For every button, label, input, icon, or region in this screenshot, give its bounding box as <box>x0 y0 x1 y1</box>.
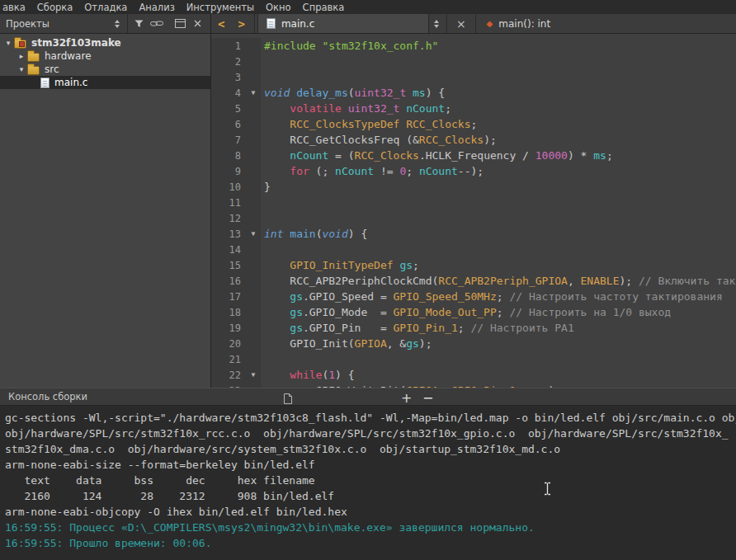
zoom-in-button[interactable]: + <box>401 388 412 407</box>
code-text: RCC_GetClocksFreq (&RCC_Clocks); <box>261 134 736 146</box>
fold-marker-icon[interactable]: ▼ <box>246 367 261 383</box>
line-number: 18 <box>211 304 246 320</box>
expander-icon[interactable]: ▸ <box>16 52 27 60</box>
menu-item--[interactable]: Окно <box>260 0 297 14</box>
fold-marker-icon[interactable]: ▼ <box>246 85 261 101</box>
token-plain: ); <box>620 275 639 287</box>
projects-tree-panel[interactable]: ▾stm32f103make▸hardware▾srcmain.c <box>0 34 211 388</box>
code-line-20[interactable]: 20 GPIO_Init(GPIOA, &gs); <box>211 336 736 351</box>
token-plain: ) { <box>335 369 354 381</box>
filter-icon[interactable] <box>130 14 148 33</box>
code-line-7[interactable]: 7 RCC_GetClocksFreq (&RCC_Clocks); <box>211 132 736 148</box>
token-plain: ) { <box>426 87 445 99</box>
editor-tab-main-c[interactable]: main.c <box>257 14 429 33</box>
code-text: #include "stm32f10x_conf.h" <box>261 40 736 52</box>
code-line-11[interactable]: 11 <box>211 195 736 210</box>
close-pane-icon[interactable] <box>189 14 206 33</box>
code-text: RCC_APB2PeriphClockCmd(RCC_APB2Periph_GP… <box>261 275 736 287</box>
menu-item--[interactable]: Справка <box>297 0 351 14</box>
symbol-label: main(): int <box>498 18 550 30</box>
token-plain <box>264 165 290 177</box>
code-line-10[interactable]: 10} <box>211 179 736 195</box>
code-text: void delay_ms(uint32_t ms) { <box>261 87 736 99</box>
token-func: delay_ms <box>296 87 348 99</box>
code-line-6[interactable]: 6 RCC_ClocksTypeDef RCC_Clocks; <box>211 116 736 132</box>
code-editor[interactable]: 1#include "stm32f10x_conf.h"234▼void del… <box>211 34 736 388</box>
code-line-17[interactable]: 17 gs.GPIO_Speed = GPIO_Speed_50MHz; // … <box>211 289 736 304</box>
fold-marker-icon[interactable]: ▼ <box>246 226 261 242</box>
token-var: nCount <box>419 165 458 177</box>
document-spinner-icon[interactable] <box>429 20 444 28</box>
token-com: // Настроить PA1 <box>470 322 573 334</box>
code-line-15[interactable]: 15 GPIO_InitTypeDef gs; <box>211 257 736 273</box>
code-line-4[interactable]: 4▼void delay_ms(uint32_t ms) { <box>211 85 736 101</box>
code-line-5[interactable]: 5 volatile uint32_t nCount; <box>211 101 736 116</box>
code-text: GPIO_Init(GPIOA, &gs); <box>261 337 736 350</box>
separator <box>127 14 128 33</box>
token-plain: != <box>374 165 399 177</box>
code-text: gs.GPIO_Speed = GPIO_Speed_50MHz; // Нас… <box>261 290 736 303</box>
line-number: 11 <box>211 195 246 210</box>
token-kwtype: int <box>264 228 283 240</box>
close-document-button[interactable]: × <box>450 17 473 31</box>
file-icon <box>267 18 276 29</box>
fold-margin <box>246 273 261 289</box>
tree-item-label: hardware <box>40 50 92 62</box>
code-line-9[interactable]: 9 for (; nCount != 0; nCount--); <box>211 163 736 179</box>
console-line-8: 16:59:55: Прошло времени: 00:06. <box>5 535 736 551</box>
console-title[interactable]: Консоль сборки <box>0 391 96 402</box>
tree-item-src[interactable]: ▾src <box>0 63 210 76</box>
code-line-2[interactable]: 2 <box>211 54 736 69</box>
code-line-21[interactable]: 21 <box>211 351 736 367</box>
console-output[interactable]: gc-sections -Wl,-script="./hardware/stm3… <box>0 406 736 560</box>
token-plain: = ( <box>328 149 354 162</box>
code-line-13[interactable]: 13▼int main(void) { <box>211 226 736 242</box>
token-plain: --); <box>458 165 484 177</box>
tree-item-hardware[interactable]: ▸hardware <box>0 49 210 63</box>
nav-back-button[interactable]: < <box>211 17 231 31</box>
line-number: 9 <box>211 163 246 179</box>
code-text: gs.GPIO_Pin = GPIO_Pin_1; // Настроить P… <box>261 322 736 334</box>
expander-icon[interactable]: ▾ <box>16 65 27 73</box>
line-number: 4 <box>211 85 246 101</box>
code-line-8[interactable]: 8 nCount = (RCC_Clocks.HCLK_Frequency / … <box>211 148 736 163</box>
code-line-1[interactable]: 1#include "stm32f10x_conf.h" <box>211 38 736 54</box>
nav-forward-button[interactable]: > <box>231 17 251 31</box>
code-line-18[interactable]: 18 gs.GPIO_Mode = GPIO_Mode_Out_PP; // Н… <box>211 304 736 320</box>
line-number: 13 <box>211 226 246 242</box>
split-pane-icon[interactable] <box>172 14 189 33</box>
tree-item-stm32f103make[interactable]: ▾stm32f103make <box>0 36 210 49</box>
code-text: volatile uint32_t nCount; <box>261 102 736 115</box>
token-utype: RCC_Clocks <box>355 149 419 162</box>
fold-margin <box>246 210 261 226</box>
menu-item--[interactable]: авка <box>0 0 31 14</box>
sync-link-icon[interactable] <box>148 14 165 33</box>
line-number: 16 <box>211 273 246 289</box>
pane-spinner-icon[interactable] <box>110 20 125 28</box>
code-line-16[interactable]: 16 RCC_APB2PeriphClockCmd(RCC_APB2Periph… <box>211 273 736 289</box>
fold-margin <box>246 132 261 148</box>
code-line-12[interactable]: 12 <box>211 210 736 226</box>
projects-pane-selector[interactable]: Проекты <box>6 18 110 30</box>
menu-item--[interactable]: Сборка <box>31 0 78 14</box>
code-line-22[interactable]: 22▼ while(1) { <box>211 367 736 383</box>
code-line-19[interactable]: 19 gs.GPIO_Pin = GPIO_Pin_1; // Настроит… <box>211 320 736 336</box>
token-plain: ; <box>445 102 451 115</box>
menu-item--[interactable]: Анализ <box>133 0 180 14</box>
symbol-combo[interactable]: ◆ main(): int <box>479 14 736 33</box>
code-line-3[interactable]: 3 <box>211 69 736 85</box>
line-number: 2 <box>211 54 246 69</box>
zoom-out-button[interactable]: − <box>422 388 433 407</box>
menu-item--[interactable]: Отладка <box>78 0 133 14</box>
token-plain: .GPIO_Pin = <box>303 322 394 334</box>
fold-margin <box>246 257 261 273</box>
tree-item-main-c[interactable]: main.c <box>0 76 210 89</box>
save-log-icon[interactable] <box>283 392 293 407</box>
token-utype: GPIO_Speed_50MHz <box>394 290 497 303</box>
line-number: 19 <box>211 320 246 336</box>
expander-icon[interactable]: ▾ <box>2 39 14 47</box>
code-line-14[interactable]: 14 <box>211 242 736 257</box>
menu-item--[interactable]: Инструменты <box>181 0 260 14</box>
console-line-2: stm32f10x_dma.c.o obj/hardware/src/syste… <box>5 441 736 457</box>
line-number: 22 <box>211 367 246 383</box>
